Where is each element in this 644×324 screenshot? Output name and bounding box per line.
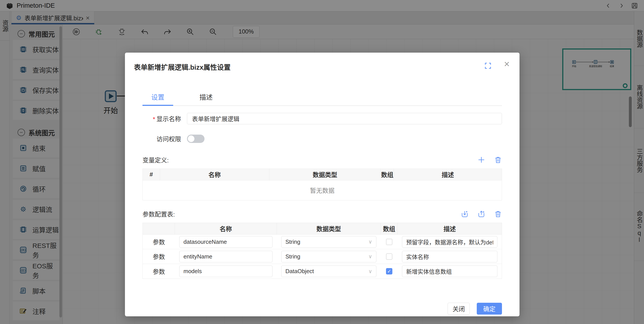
col-header-description: 描述: [398, 223, 502, 234]
param-row-datasourceName: 参数 String ∨ ✓: [143, 234, 502, 249]
param-kind-label: 参数: [143, 267, 175, 276]
param-row-entityName: 参数 String ∨ ✓: [143, 249, 502, 264]
param-desc-input[interactable]: [402, 236, 497, 248]
param-desc-input[interactable]: [402, 266, 497, 277]
col-header-datatype: 数据类型: [277, 223, 381, 234]
ok-button[interactable]: 确定: [477, 303, 502, 314]
required-mark: *: [153, 116, 155, 122]
variables-table: # 名称 数据类型 数组 描述 暂无数据: [142, 168, 502, 200]
col-header-name: 名称: [160, 169, 270, 180]
empty-placeholder: 暂无数据: [143, 180, 502, 200]
chevron-down-icon: ∨: [368, 254, 372, 260]
close-button[interactable]: 关闭: [448, 303, 470, 314]
dialog-tabs: 设置 描述: [142, 91, 502, 106]
display-name-label: *显示名称: [142, 114, 181, 123]
chevron-down-icon: ∨: [368, 239, 372, 245]
col-header-array: 数组: [381, 223, 398, 234]
param-type-select[interactable]: String ∨: [281, 236, 376, 248]
fullscreen-icon[interactable]: [484, 62, 492, 69]
param-array-checkbox[interactable]: ✓: [386, 268, 392, 274]
param-desc-input[interactable]: [402, 251, 497, 262]
chevron-down-icon: ∨: [368, 268, 372, 274]
params-table: 名称 数据类型 数组 描述 参数 String ∨ ✓ 参数: [142, 223, 502, 279]
application-window: Primeton-IDE 资源 ⚙ 表单新增扩展逻辑.bizx ×: [0, 0, 644, 324]
param-name-input[interactable]: [179, 251, 272, 262]
delete-variable-icon[interactable]: [494, 156, 502, 164]
tab-settings[interactable]: 设置: [142, 91, 173, 106]
dialog-title: 表单新增扩展逻辑.bizx属性设置: [134, 62, 511, 72]
col-header-type: [143, 223, 175, 234]
dialog-close-icon[interactable]: ×: [502, 59, 512, 69]
param-type-select[interactable]: String ∨: [281, 251, 376, 262]
param-type-select[interactable]: DataObject ∨: [281, 266, 376, 277]
col-header-array: 数组: [381, 169, 394, 180]
col-header-datatype: 数据类型: [270, 169, 381, 180]
param-row-models: 参数 DataObject ∨ ✓: [143, 264, 502, 278]
tab-description[interactable]: 描述: [191, 91, 222, 106]
param-name-input[interactable]: [179, 236, 272, 248]
variables-section-label: 变量定义:: [142, 156, 169, 164]
toggle-knob: [188, 136, 194, 142]
params-section-label: 参数配置表:: [142, 210, 175, 218]
param-array-checkbox[interactable]: ✓: [386, 239, 392, 245]
properties-dialog: 表单新增扩展逻辑.bizx属性设置 × 设置 描述 *显示名称 访问权限: [125, 52, 520, 316]
param-name-input[interactable]: [179, 266, 272, 277]
access-permission-label: 访问权限: [142, 134, 181, 143]
access-toggle[interactable]: [187, 134, 204, 143]
import-params-icon[interactable]: [461, 210, 469, 218]
param-array-checkbox[interactable]: ✓: [386, 254, 392, 260]
check-icon: ✓: [387, 269, 391, 274]
param-kind-label: 参数: [143, 238, 175, 246]
add-variable-icon[interactable]: [478, 156, 485, 164]
param-kind-label: 参数: [143, 252, 175, 261]
display-name-input[interactable]: [187, 113, 502, 124]
export-params-icon[interactable]: [478, 210, 485, 218]
col-header-name: 名称: [175, 223, 277, 234]
delete-param-icon[interactable]: [494, 210, 502, 218]
col-header-index: #: [143, 169, 160, 180]
col-header-description: 描述: [394, 169, 502, 180]
